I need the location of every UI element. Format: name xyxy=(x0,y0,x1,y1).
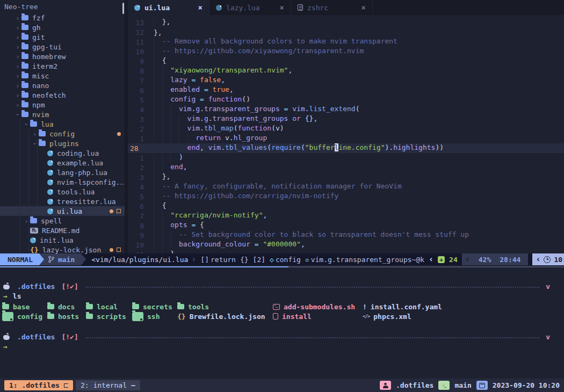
tree-item-example.lua[interactable]: example.lua xyxy=(0,158,125,168)
code-line[interactable]: 2vim.tbl_map(function(v) xyxy=(128,124,564,134)
folder-icon xyxy=(86,314,93,319)
indent-guide xyxy=(154,18,162,27)
branch-name: main xyxy=(58,256,75,264)
tree-item-nvim-lspconfig.[interactable]: nvim-lspconfig.… xyxy=(0,177,125,187)
breadcrumb-label: vim.g.transparent_groups xyxy=(311,256,412,264)
tree-item-fzf[interactable]: ›fzf xyxy=(0,13,125,23)
tmux-window-1[interactable]: 1: .dotfiles xyxy=(4,380,73,390)
indent-guide xyxy=(154,66,162,76)
ls-entry-label: docs xyxy=(58,303,75,311)
code-line[interactable]: 4-- A fancy, configurable, notification … xyxy=(128,182,564,192)
tree-item-plugins[interactable]: ›plugins xyxy=(0,139,125,148)
tree-item-homebrew[interactable]: ›homebrew xyxy=(0,52,125,61)
code-token: or xyxy=(288,114,305,122)
brackets-icon xyxy=(200,256,209,264)
tree-item-coding.lua[interactable]: coding.lua xyxy=(0,148,125,158)
code-line[interactable]: 6enabled = true, xyxy=(128,85,564,95)
code-line[interactable]: 8"xiyaowong/transparent.nvim", xyxy=(128,66,564,76)
tree-item-gh[interactable]: ›gh xyxy=(0,23,125,32)
code-line[interactable]: 3vim.g.transparent_groups or {}, xyxy=(128,114,564,124)
code-line[interactable]: 7lazy = false, xyxy=(128,76,564,85)
code-line[interactable]: 11-- Remove all background colors to mak… xyxy=(128,37,564,47)
code-line[interactable]: 13}, xyxy=(128,18,564,27)
code-line[interactable]: 5config = function() xyxy=(128,95,564,105)
ls-entry: tools xyxy=(177,302,273,311)
code-line[interactable]: 10background_colour = "#000000", xyxy=(128,240,564,250)
code-line[interactable]: 9{ xyxy=(128,56,564,66)
folder-icon xyxy=(21,34,28,40)
tree-item-init.lua[interactable]: init.lua xyxy=(0,235,125,245)
close-icon[interactable]: × xyxy=(280,3,284,12)
tree-item-git[interactable]: ›git xyxy=(0,32,125,42)
code-token: ) xyxy=(179,153,183,161)
code-editor[interactable]: 13},12},11-- Remove all background color… xyxy=(128,15,564,253)
code-line-text: enabled = true, xyxy=(146,85,234,95)
tree-item-spell[interactable]: ›spell xyxy=(0,216,125,226)
tree-item-iterm2[interactable]: ›iterm2 xyxy=(0,61,125,71)
tree-item-nano[interactable]: ›nano xyxy=(0,81,125,90)
tree-item-treesitter.lua[interactable]: treesitter.lua xyxy=(0,197,125,206)
tree-item-gpg-tui[interactable]: ›gpg-tui xyxy=(0,42,125,52)
code-line-text: { xyxy=(146,201,166,211)
indent-guide xyxy=(162,230,171,240)
git-status-icons xyxy=(110,209,125,213)
code-line[interactable]: 4vim.g.transparent_groups = vim.list_ext… xyxy=(128,105,564,114)
code-line[interactable]: 1) xyxy=(128,153,564,163)
code-line-text: ) xyxy=(146,153,183,163)
close-icon[interactable]: × xyxy=(198,3,203,12)
code-token: background_colour xyxy=(179,240,250,248)
tree-item-label: lang-php.lua xyxy=(57,169,107,177)
tree-item-lua[interactable]: ›lua xyxy=(0,119,125,129)
code-token: ine.config" xyxy=(338,143,385,151)
code-line-text: vim.g.transparent_groups = vim.list_exte… xyxy=(146,105,360,114)
code-token: . xyxy=(200,124,204,132)
code-line[interactable]: 6{ xyxy=(128,201,564,211)
tmux-pane-border[interactable] xyxy=(0,265,564,270)
code-line[interactable]: 3}, xyxy=(128,172,564,182)
tree-item-lazy-lock.json[interactable]: lazy-lock.json xyxy=(0,245,125,255)
tab-zshrc[interactable]: zshrc× xyxy=(291,0,373,15)
code-token: . xyxy=(221,143,225,151)
close-icon[interactable]: × xyxy=(361,3,366,12)
code-line[interactable]: 10-- https://github.com/xiyaowong/transp… xyxy=(128,47,564,56)
tree-item-lang-php.lua[interactable]: lang-php.lua xyxy=(0,168,125,177)
tree-item-README.md[interactable]: README.md xyxy=(0,226,125,235)
code-token: function xyxy=(238,124,272,132)
tree-item-tools.lua[interactable]: tools.lua xyxy=(0,187,125,197)
powerline-separator xyxy=(81,253,86,265)
code-line[interactable]: 11}, xyxy=(128,250,564,253)
line-number: 8 xyxy=(128,67,146,75)
code-line[interactable]: 28end, vim.tbl_values(require("bufferlin… xyxy=(128,143,564,153)
code-line[interactable]: 12}, xyxy=(128,27,564,37)
shell-pane[interactable]: .dotfiles [!✔] v → ls baseconfigdocshost… xyxy=(0,270,564,379)
indent-guide xyxy=(162,95,171,105)
tree-item-nvim[interactable]: ›nvim xyxy=(0,110,125,119)
code-line[interactable]: 2end, xyxy=(128,163,564,172)
code-line[interactable]: 1return v.hl_group xyxy=(128,134,564,143)
indent-guide xyxy=(37,139,38,206)
code-line[interactable]: 9-- Set background color to black so tra… xyxy=(128,230,564,240)
tmux-window-2[interactable]: 2: internal xyxy=(76,380,140,390)
tab-lazy.lua[interactable]: lazy.lua× xyxy=(209,0,291,15)
command-line-empty[interactable]: → xyxy=(2,342,562,351)
code-token: -- https://github.com/xiyaowong/transpar… xyxy=(162,47,364,55)
tree-item-neofetch[interactable]: ›neofetch xyxy=(0,90,125,100)
code-token: -- Remove all background colors to make … xyxy=(162,37,397,45)
folder-icon xyxy=(39,131,46,136)
neotree-scrollbar[interactable] xyxy=(122,3,124,14)
tree-item-misc[interactable]: ›misc xyxy=(0,71,125,81)
code-line[interactable]: 5-- https://github.com/rcarriga/nvim-not… xyxy=(128,192,564,201)
calendar-icon xyxy=(479,383,485,388)
tree-item-ui.lua[interactable]: ui.lua xyxy=(0,206,125,216)
line-number: 10 xyxy=(128,241,146,249)
session-badge xyxy=(380,381,391,390)
tab-ui.lua[interactable]: ui.lua× xyxy=(128,0,209,15)
git-modified-icon xyxy=(110,209,113,213)
chevron-right-icon: › xyxy=(14,24,21,32)
code-line[interactable]: 7"rcarriga/nvim-notify", xyxy=(128,211,564,221)
tree-item-npm[interactable]: ›npm xyxy=(0,100,125,110)
indent-guide xyxy=(162,143,171,153)
tree-item-config[interactable]: ›config xyxy=(0,129,125,139)
indent-guide xyxy=(154,192,162,201)
code-line[interactable]: 8opts = { xyxy=(128,221,564,230)
